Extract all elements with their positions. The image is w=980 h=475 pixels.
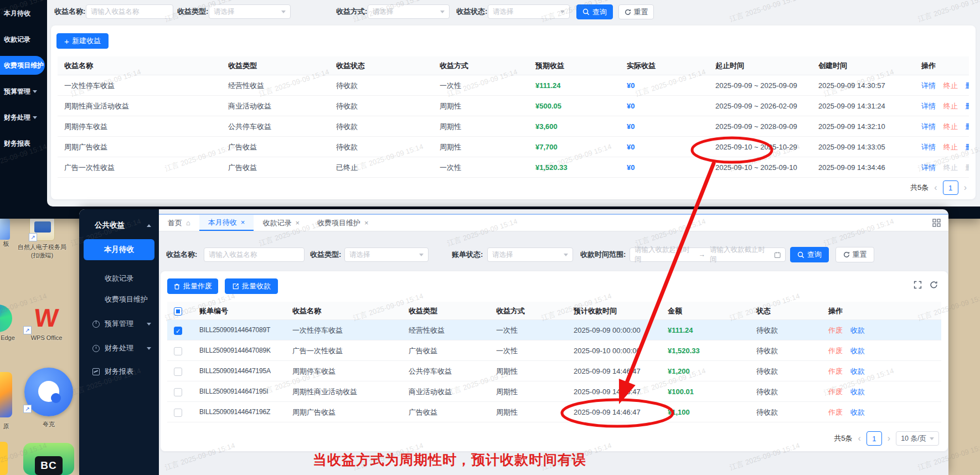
income-name-input[interactable] [204, 247, 305, 262]
terminate-link[interactable]: 终止 [943, 102, 958, 110]
income-type-select[interactable]: 请选择 [209, 4, 291, 19]
prev-page-icon[interactable]: ‹ [858, 433, 860, 443]
sidebar-menu-item[interactable]: 财务处理 [0, 105, 47, 131]
page-number[interactable]: 1 [866, 431, 882, 446]
table-row[interactable]: 一次性停车收益 经营性收益 待收款 一次性 ¥111.24 ¥0 2025-09… [58, 75, 969, 96]
tab[interactable]: 首页 ⌂ [159, 215, 199, 231]
search-button[interactable]: 查询 [576, 4, 613, 19]
desktop-icon-bc[interactable]: BC [23, 443, 74, 475]
sidebar-menu-item[interactable]: 收费项目维护 [79, 291, 159, 308]
bills-table-header: 账单编号收益名称收益类型收益方式预计收款时间金额状态操作 [167, 302, 941, 320]
row-actions: 详情 终止 删除 [915, 96, 969, 116]
table-row[interactable]: BILL250909144647089T 一次性停车收益 经营性收益 一次性 2… [167, 320, 941, 340]
delete-link[interactable]: 删除 [965, 143, 969, 151]
collect-link[interactable]: 收款 [850, 388, 865, 396]
terminate-link[interactable]: 终止 [943, 122, 958, 131]
status-cell: 待收款 [750, 320, 822, 340]
void-link[interactable]: 作废 [828, 388, 843, 396]
collect-link[interactable]: 收款 [850, 326, 865, 334]
search-button[interactable]: 查询 [790, 247, 829, 262]
detail-link[interactable]: 详情 [921, 163, 936, 172]
desktop-icon-edge[interactable] [0, 304, 12, 332]
tab-close-icon[interactable]: × [241, 218, 245, 226]
tab[interactable]: 本月待收 × [199, 215, 254, 231]
collect-link[interactable]: 收款 [850, 347, 865, 355]
collect-link[interactable]: 收款 [850, 367, 865, 375]
select-all-checkbox[interactable] [174, 307, 182, 316]
row-checkbox[interactable] [174, 368, 182, 376]
desktop-icon-label: Edge [0, 334, 18, 341]
sidebar-group-public-income[interactable]: 公共收益 [79, 217, 159, 234]
sidebar-menu-item[interactable]: 预算管理 [0, 79, 47, 105]
terminate-link[interactable]: 终止 [943, 143, 958, 151]
delete-link[interactable]: 删除 [965, 122, 969, 131]
new-income-button[interactable]: + 新建收益 [56, 33, 109, 49]
table-row[interactable]: BILL250909144647195A 周期停车收益 公共停车收益 周期性 2… [167, 361, 941, 381]
page-size-select[interactable]: 10 条/页 [896, 431, 939, 446]
table-row[interactable]: 广告一次性收益 广告收益 已终止 一次性 ¥1,520.33 ¥0 2025-0… [58, 157, 969, 178]
void-link[interactable]: 作废 [828, 408, 843, 416]
table-row[interactable]: BILL250909144647196Z 周期广告收益 广告收益 周期性 202… [167, 402, 941, 422]
collect-time-range-input[interactable]: 请输入收款起始时间 → 请输入收款截止时间 [630, 247, 786, 262]
reset-button[interactable]: 重置 [618, 4, 654, 19]
table-row[interactable]: BILL250909144647089K 广告一次性收益 广告收益 一次性 20… [167, 340, 941, 361]
void-link[interactable]: 作废 [828, 367, 843, 375]
desktop-icon-quark[interactable]: ↗ [24, 368, 73, 416]
income-type-select[interactable]: 请选择 [344, 247, 429, 262]
income-method-select[interactable]: 请选择 [368, 4, 450, 19]
table-row[interactable]: 周期广告收益 广告收益 待收款 周期性 ¥7,700 ¥0 2025-09-10… [58, 137, 969, 157]
income-name-input[interactable] [86, 4, 173, 19]
delete-link[interactable]: 删除 [965, 102, 969, 110]
tab-close-icon[interactable]: × [295, 219, 300, 227]
sidebar-menu-item[interactable]: 本月待收 [0, 1, 47, 27]
sidebar-menu-item[interactable]: 财务处理 [79, 340, 159, 357]
desktop-icon-fragment-top[interactable] [0, 219, 10, 240]
batch-void-button[interactable]: 批量作废 [167, 278, 218, 294]
desktop-icon-fragment-bottom[interactable] [0, 442, 8, 475]
prev-page-icon[interactable]: ‹ [934, 183, 937, 193]
sidebar-menu-item[interactable]: 收费项目维护 [0, 56, 45, 75]
next-page-icon[interactable]: › [964, 183, 967, 193]
table-row[interactable]: 周期性商业活动收益 商业活动收益 待收款 周期性 ¥500.05 ¥0 2025… [58, 96, 969, 116]
table-row[interactable]: BILL250909144647195I 周期性商业活动收益 商业活动收益 周期… [167, 381, 941, 402]
sidebar-item-current-month[interactable]: 本月待收 [84, 239, 154, 260]
void-link[interactable]: 作废 [828, 326, 843, 334]
collect-link[interactable]: 收款 [850, 408, 865, 416]
reset-button[interactable]: 重置 [835, 247, 874, 262]
sidebar-menu-item[interactable]: 预算管理 [79, 316, 159, 332]
delete-link[interactable]: 删除 [965, 163, 969, 172]
tab[interactable]: 收款记录 × [254, 215, 308, 231]
sidebar-menu-item[interactable]: 收款记录 [79, 270, 159, 287]
tab-close-icon[interactable]: × [364, 219, 369, 227]
detail-link[interactable]: 详情 [921, 143, 936, 151]
refresh-icon[interactable] [930, 281, 938, 289]
detail-link[interactable]: 详情 [921, 122, 936, 131]
desktop-icon-tax-app[interactable]: ↗ [29, 216, 55, 241]
row-checkbox[interactable] [174, 327, 182, 335]
void-link[interactable]: 作废 [828, 347, 843, 355]
sidebar-menu-item[interactable]: 财务报表 [0, 131, 47, 157]
sidebar-menu-item[interactable]: 财务报表 [79, 363, 159, 380]
tab[interactable]: 收费项目维护 × [308, 215, 378, 231]
page-number[interactable]: 1 [943, 180, 958, 195]
fullscreen-icon[interactable] [914, 281, 922, 289]
next-page-icon[interactable]: › [888, 433, 890, 443]
bill-status-select[interactable]: 请选择 [487, 247, 573, 262]
tab-close-icon[interactable]: ⌂ [186, 219, 190, 227]
desktop-icon-fragment-mid[interactable] [0, 372, 12, 417]
income-status-select[interactable]: 请选择 [488, 4, 570, 19]
batch-collect-button[interactable]: 批量收款 [225, 278, 278, 294]
table-row[interactable]: 周期停车收益 公共停车收益 待收款 周期性 ¥3,600 ¥0 2025-09-… [58, 116, 969, 137]
sidebar-menu-item[interactable]: 收款记录 [0, 27, 47, 53]
desktop-icon-wps[interactable]: W ↗ [25, 302, 68, 333]
row-checkbox[interactable] [174, 347, 182, 355]
detail-link[interactable]: 详情 [921, 81, 936, 90]
detail-link[interactable]: 详情 [921, 102, 936, 110]
terminate-link[interactable]: 终止 [943, 163, 958, 172]
grid-layout-icon[interactable] [932, 219, 941, 227]
row-checkbox[interactable] [174, 409, 182, 417]
terminate-link[interactable]: 终止 [943, 81, 958, 90]
delete-link[interactable]: 删除 [965, 81, 969, 90]
bill-status-label: 账单状态: [452, 247, 483, 262]
row-checkbox[interactable] [174, 388, 182, 396]
